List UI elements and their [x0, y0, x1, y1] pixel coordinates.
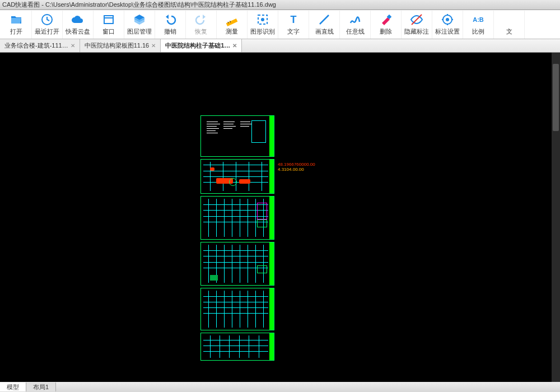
- toolbar-label: 最近打开: [35, 27, 59, 36]
- undo-icon: [164, 13, 177, 26]
- sheet-6: [200, 333, 274, 361]
- toolbar-line-button[interactable]: 画直线: [309, 11, 340, 39]
- layout-tab-bar: 模型布局1: [0, 382, 560, 392]
- sheet-5: [200, 288, 274, 330]
- svg-text:A:B: A:B: [473, 16, 484, 23]
- toolbar-open-button[interactable]: 打开: [1, 11, 32, 39]
- measure-icon: [225, 13, 239, 26]
- toolbar-cloud-button[interactable]: 快看云盘: [63, 11, 94, 39]
- window-title: CAD快速看图 - C:\Users\Administrator\Desktop…: [2, 1, 558, 9]
- cloud-icon: [71, 13, 85, 26]
- line-icon: [318, 13, 331, 26]
- text-icon: T: [287, 13, 300, 26]
- svg-rect-3: [226, 18, 238, 26]
- toolbar-label: 文字: [287, 27, 300, 36]
- tab-label: 中医院结构柱子基础1…: [165, 41, 230, 50]
- toolbar-label: 撤销: [164, 27, 176, 36]
- drawing-canvas[interactable]: 48.1966760000.00 4.3104.00.00: [0, 53, 552, 382]
- polyline-icon: [348, 13, 362, 26]
- tab-close-icon[interactable]: ✕: [151, 43, 156, 49]
- toolbar-label: 窗口: [102, 27, 115, 36]
- tab-close-icon[interactable]: ✕: [232, 43, 237, 49]
- toolbar-label: 快看云盘: [66, 27, 90, 36]
- toolbar-label: 画直线: [315, 27, 334, 36]
- toolbar-label: 任意线: [346, 27, 365, 36]
- dim-value-2: 4.3104.00.00: [278, 167, 315, 172]
- svg-text:T: T: [291, 14, 297, 25]
- toolbar-window-button[interactable]: 窗口: [94, 11, 124, 39]
- toolbar-hide-button[interactable]: 隐藏标注: [402, 11, 432, 39]
- toolbar-layers-button[interactable]: 图层管理: [124, 11, 155, 39]
- toolbar-polyline-button[interactable]: 任意线: [340, 11, 371, 39]
- scale-icon: A:B: [472, 13, 485, 26]
- toolbar-annoset-button[interactable]: 标注设置: [432, 11, 463, 39]
- toolbar-more-button[interactable]: 文: [494, 11, 525, 39]
- toolbar-scale-button[interactable]: A:B比例: [463, 11, 494, 39]
- toolbar-delete-button[interactable]: 删除: [371, 11, 402, 39]
- sheet-1: [200, 115, 274, 157]
- toolbar-label: 文: [506, 27, 512, 36]
- delete-icon: [379, 13, 393, 26]
- toolbar-label: 标注设置: [435, 27, 460, 36]
- document-tab-bar: 业务综合楼-建筑-111…✕中医院结构梁板图11.16✕中医院结构柱子基础1…✕: [0, 39, 560, 53]
- layers-icon: [133, 13, 146, 26]
- dim-value-1: 48.1966760000.00: [278, 162, 315, 167]
- document-tab[interactable]: 中医院结构梁板图11.16✕: [80, 39, 161, 52]
- open-icon: [10, 13, 23, 26]
- toolbar-label: 隐藏标注: [404, 27, 429, 36]
- document-tab[interactable]: 业务综合楼-建筑-111…✕: [0, 39, 80, 52]
- redo-icon: [194, 13, 208, 26]
- toolbar-label: 图层管理: [127, 27, 152, 36]
- toolbar-label: 图形识别: [250, 27, 275, 36]
- svg-point-13: [446, 18, 449, 21]
- toolbar-label: 比例: [472, 27, 484, 36]
- main-toolbar: 打开最近打开快看云盘窗口图层管理撤销恢复测量图形识别T文字画直线任意线删除隐藏标…: [0, 10, 560, 39]
- window-icon: [102, 13, 115, 26]
- layout-tab[interactable]: 布局1: [26, 382, 56, 391]
- toolbar-label: 打开: [10, 27, 22, 36]
- sheet-3: [200, 196, 274, 240]
- toolbar-measure-button[interactable]: 测量: [217, 11, 248, 39]
- layout-tab[interactable]: 模型: [0, 382, 26, 391]
- svg-rect-1: [104, 16, 113, 24]
- sheet-4: [200, 242, 274, 286]
- toolbar-label: 恢复: [195, 27, 207, 36]
- sheet-2: [200, 159, 274, 194]
- svg-point-7: [261, 18, 264, 21]
- toolbar-label: 测量: [226, 27, 238, 36]
- tab-label: 中医院结构梁板图11.16: [85, 41, 150, 50]
- tab-label: 业务综合楼-建筑-111…: [4, 41, 68, 50]
- tab-close-icon[interactable]: ✕: [71, 43, 75, 49]
- toolbar-undo-button[interactable]: 撤销: [155, 11, 186, 39]
- toolbar-recent-button[interactable]: 最近打开: [32, 11, 63, 39]
- vertical-scrollbar[interactable]: [552, 53, 560, 382]
- more-icon: [502, 13, 516, 26]
- toolbar-text-button[interactable]: T文字: [278, 11, 309, 39]
- dimension-readout: 48.1966760000.00 4.3104.00.00: [278, 162, 315, 172]
- drawing-sheets: [200, 115, 274, 363]
- toolbar-redo-button[interactable]: 恢复: [186, 11, 217, 39]
- title-bar: CAD快速看图 - C:\Users\Administrator\Desktop…: [0, 0, 560, 10]
- recognize-icon: [256, 13, 269, 26]
- recent-icon: [40, 13, 54, 26]
- svg-line-9: [320, 15, 329, 24]
- scrollbar-thumb[interactable]: [553, 64, 559, 131]
- toolbar-label: 删除: [380, 27, 392, 36]
- toolbar-recognize-button[interactable]: 图形识别: [248, 11, 278, 39]
- document-tab[interactable]: 中医院结构柱子基础1…✕: [161, 39, 242, 52]
- annoset-icon: [441, 13, 454, 26]
- hide-icon: [410, 13, 423, 26]
